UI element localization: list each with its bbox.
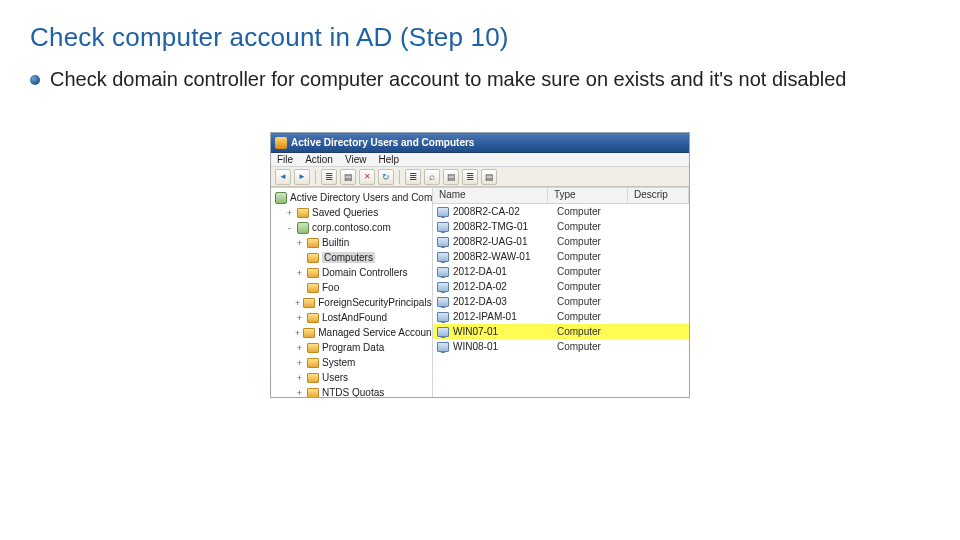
col-name[interactable]: Name (433, 188, 548, 203)
list-pane[interactable]: Name Type Descrip 2008R2-CA-02Computer20… (433, 188, 689, 397)
tree-item[interactable]: ·Computers (271, 250, 432, 265)
cell-type: Computer (557, 281, 637, 292)
bullet-text: Check domain controller for computer acc… (50, 67, 846, 92)
list-item[interactable]: WIN08-01Computer (433, 339, 689, 354)
tree-item-label: Foo (322, 282, 339, 293)
cell-type: Computer (557, 236, 637, 247)
cell-type: Computer (557, 251, 637, 262)
window-titlebar[interactable]: Active Directory Users and Computers (271, 133, 689, 153)
folder-icon (307, 253, 319, 263)
ad-window: Active Directory Users and Computers Fil… (270, 132, 690, 398)
cell-name: WIN07-01 (453, 326, 553, 337)
tree-pane[interactable]: Active Directory Users and Comput +Saved… (271, 188, 433, 397)
folder-icon (297, 208, 309, 218)
tree-root[interactable]: Active Directory Users and Comput (271, 190, 432, 205)
filter-button[interactable] (443, 169, 459, 185)
tree-item-label: Domain Controllers (322, 267, 408, 278)
bullet-item: Check domain controller for computer acc… (30, 67, 930, 92)
menu-help[interactable]: Help (378, 154, 399, 165)
col-type[interactable]: Type (548, 188, 628, 203)
menu-action[interactable]: Action (305, 154, 333, 165)
list-header: Name Type Descrip (433, 188, 689, 204)
cell-name: 2008R2-UAG-01 (453, 236, 553, 247)
folder-icon (307, 343, 319, 353)
folder-icon (307, 313, 319, 323)
search-button[interactable] (424, 169, 440, 185)
list-item[interactable]: 2008R2-WAW-01Computer (433, 249, 689, 264)
list-item[interactable]: 2012-DA-01Computer (433, 264, 689, 279)
tree-spacer: · (295, 253, 304, 263)
cell-type: Computer (557, 206, 637, 217)
list-item[interactable]: 2008R2-TMG-01Computer (433, 219, 689, 234)
expand-icon[interactable]: + (295, 358, 304, 368)
toolbar-separator (399, 170, 400, 184)
refresh-button[interactable] (378, 169, 394, 185)
folder-icon (307, 373, 319, 383)
list-item[interactable]: 2012-DA-02Computer (433, 279, 689, 294)
expand-icon[interactable]: + (295, 313, 304, 323)
expand-icon[interactable]: + (295, 328, 300, 338)
menu-file[interactable]: File (277, 154, 293, 165)
list-item[interactable]: 2012-DA-03Computer (433, 294, 689, 309)
expand-icon[interactable]: + (295, 238, 304, 248)
tree-item[interactable]: +Managed Service Accounts (271, 325, 432, 340)
col-desc[interactable]: Descrip (628, 188, 689, 203)
tree-item[interactable]: +LostAndFound (271, 310, 432, 325)
tree-item-label: Builtin (322, 237, 349, 248)
folder-icon (303, 298, 315, 308)
expand-icon[interactable]: + (295, 298, 300, 308)
menu-view[interactable]: View (345, 154, 367, 165)
expand-icon[interactable]: + (295, 268, 304, 278)
root-icon (275, 192, 287, 204)
tree-item[interactable]: -corp.contoso.com (271, 220, 432, 235)
delete-button[interactable] (359, 169, 375, 185)
tree-item-label: ForeignSecurityPrincipals (318, 297, 431, 308)
tree-item[interactable]: ·Foo (271, 280, 432, 295)
tree-item[interactable]: +Users (271, 370, 432, 385)
slide-title: Check computer account in AD (Step 10) (30, 22, 930, 53)
tree-item[interactable]: +System (271, 355, 432, 370)
tree-item-label: LostAndFound (322, 312, 387, 323)
tree-item[interactable]: +NTDS Quotas (271, 385, 432, 397)
expand-icon[interactable]: + (285, 208, 294, 218)
view-button[interactable] (405, 169, 421, 185)
folder-icon (307, 358, 319, 368)
tree-item[interactable]: +Saved Queries (271, 205, 432, 220)
list-item[interactable]: WIN07-01Computer (433, 324, 689, 339)
collapse-icon[interactable]: - (285, 223, 294, 233)
tree-item-label: corp.contoso.com (312, 222, 391, 233)
cell-name: 2008R2-WAW-01 (453, 251, 553, 262)
properties-button[interactable] (340, 169, 356, 185)
tree-item[interactable]: +ForeignSecurityPrincipals (271, 295, 432, 310)
tree-item[interactable]: +Domain Controllers (271, 265, 432, 280)
back-button[interactable] (275, 169, 291, 185)
columns-button[interactable] (481, 169, 497, 185)
tree-item-label: Saved Queries (312, 207, 378, 218)
tree-item-label: System (322, 357, 355, 368)
folder-icon (307, 388, 319, 398)
cell-type: Computer (557, 326, 637, 337)
expand-icon[interactable]: + (295, 388, 304, 398)
expand-icon[interactable]: + (295, 373, 304, 383)
cell-name: 2012-DA-03 (453, 296, 553, 307)
list-item[interactable]: 2012-IPAM-01Computer (433, 309, 689, 324)
computer-icon (437, 222, 449, 232)
computer-icon (437, 327, 449, 337)
cell-type: Computer (557, 296, 637, 307)
up-button[interactable] (321, 169, 337, 185)
tree-item[interactable]: +Program Data (271, 340, 432, 355)
list-item[interactable]: 2008R2-UAG-01Computer (433, 234, 689, 249)
window-title: Active Directory Users and Computers (291, 137, 474, 148)
expand-icon[interactable]: + (295, 343, 304, 353)
list-item[interactable]: 2008R2-CA-02Computer (433, 204, 689, 219)
toolbar (271, 167, 689, 187)
forward-button[interactable] (294, 169, 310, 185)
computer-icon (437, 312, 449, 322)
tree-spacer: · (295, 283, 304, 293)
menu-bar: File Action View Help (271, 153, 689, 167)
tree-item[interactable]: +Builtin (271, 235, 432, 250)
cell-type: Computer (557, 311, 637, 322)
cell-name: 2012-DA-01 (453, 266, 553, 277)
toolbar-separator (315, 170, 316, 184)
list-button[interactable] (462, 169, 478, 185)
